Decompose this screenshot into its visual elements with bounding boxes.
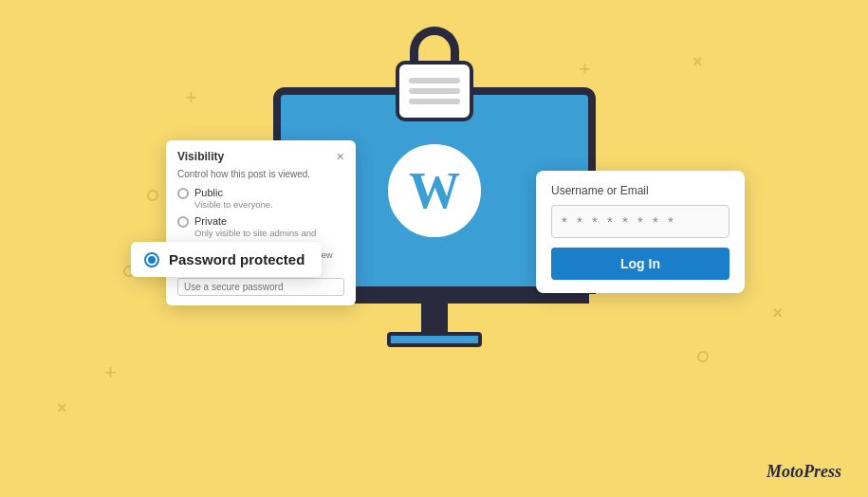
option-private-label: Private <box>194 215 316 227</box>
deco-plus-2: + <box>579 57 591 82</box>
login-panel: Username or Email Log In <box>536 171 745 293</box>
padlock-line-1 <box>409 78 460 83</box>
login-username-label: Username or Email <box>551 184 729 197</box>
radio-public[interactable] <box>177 188 189 199</box>
deco-x-2: × <box>772 304 783 323</box>
padlock <box>396 27 473 121</box>
deco-plus-3: + <box>104 360 117 385</box>
visibility-panel-title: Visibility <box>177 150 224 163</box>
radio-active-inner <box>148 256 156 264</box>
visibility-option-public[interactable]: Public Visible to everyone. <box>177 187 344 210</box>
visibility-close-button[interactable]: × <box>337 150 344 163</box>
deco-circle-3 <box>697 351 709 362</box>
option-public-desc: Visible to everyone. <box>194 199 273 210</box>
padlock-shackle <box>410 27 459 61</box>
password-protected-label: Password protected <box>169 251 305 267</box>
deco-circle-1 <box>147 190 158 201</box>
monitor-stand-neck <box>421 304 448 332</box>
padlock-line-3 <box>409 99 460 104</box>
visibility-panel: Visibility × Control how this post is vi… <box>166 140 356 305</box>
login-button[interactable]: Log In <box>551 248 729 280</box>
login-password-input[interactable] <box>551 205 729 238</box>
deco-plus-1: + <box>185 85 197 110</box>
padlock-line-2 <box>409 88 460 94</box>
wordpress-logo: W <box>387 143 482 238</box>
brand-logo: MotoPress <box>766 462 841 482</box>
visibility-panel-subtitle: Control how this post is viewed. <box>177 169 344 179</box>
option-public-content: Public Visible to everyone. <box>194 187 273 210</box>
option-private-content: Private Only visible to site admins and <box>194 215 316 238</box>
secure-password-input[interactable] <box>177 278 344 296</box>
monitor-stand-base <box>387 332 482 347</box>
password-protected-badge[interactable]: Password protected <box>131 242 322 277</box>
option-public-label: Public <box>194 187 273 198</box>
padlock-body <box>396 61 473 121</box>
deco-x-3: × <box>57 398 67 418</box>
radio-private[interactable] <box>177 216 189 228</box>
deco-x-1: × <box>693 52 703 72</box>
svg-text:W: W <box>409 162 460 219</box>
visibility-panel-header: Visibility × <box>177 150 344 163</box>
radio-password-protected[interactable] <box>144 252 159 267</box>
visibility-option-private[interactable]: Private Only visible to site admins and <box>177 215 344 238</box>
option-private-desc: Only visible to site admins and <box>194 228 316 238</box>
